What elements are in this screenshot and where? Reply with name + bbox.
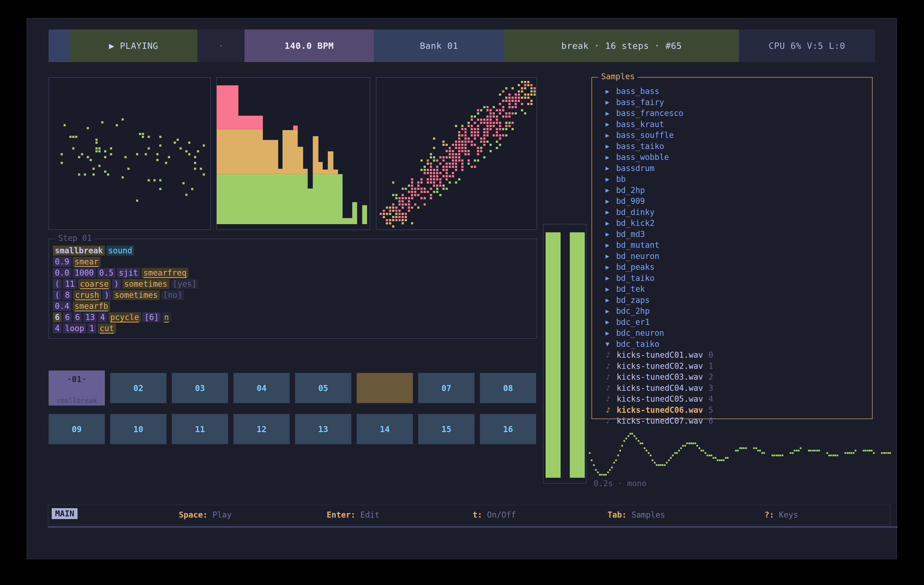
step-cell-13[interactable]: 13 xyxy=(295,414,351,444)
bottom-key-bar: MAIN Space: PlayEnter: Editt: On/OffTab:… xyxy=(48,505,890,525)
sample-dir-bass_souffle[interactable]: ▶bass_souffle xyxy=(592,130,872,141)
code-token[interactable]: ) xyxy=(102,290,111,300)
sample-file-kicks-tunedC01.wav[interactable]: ♪kicks-tunedC01.wav0 xyxy=(592,349,872,361)
sample-dir-bd_neuron[interactable]: ▶bd_neuron xyxy=(592,251,872,262)
code-token[interactable]: smallbreak xyxy=(53,246,105,255)
code-token[interactable]: [6] xyxy=(142,312,161,322)
step-cell-09[interactable]: 09 xyxy=(49,414,105,444)
code-token[interactable]: 1000 xyxy=(73,268,96,278)
sample-dir-bass_kraut[interactable]: ▶bass_kraut xyxy=(592,119,872,130)
code-token[interactable]: 0.9 xyxy=(53,257,71,267)
hint-action: On/Off xyxy=(482,510,516,519)
code-token[interactable]: crush xyxy=(73,290,101,300)
code-token[interactable]: 1 xyxy=(87,323,96,333)
sample-file-kicks-tunedC03.wav[interactable]: ♪kicks-tunedC03.wav2 xyxy=(592,371,872,382)
note-scatter-canvas xyxy=(49,78,210,229)
chevron-right-icon: ▶ xyxy=(606,132,616,139)
topbar-segment-bpm[interactable]: 140.0 BPM xyxy=(244,30,374,62)
step-cell-15[interactable]: 15 xyxy=(418,414,475,444)
code-token[interactable]: sometimes xyxy=(122,279,169,289)
step-cell-03[interactable]: 03 xyxy=(172,373,228,403)
code-token[interactable]: 13 xyxy=(83,312,97,322)
code-token[interactable]: smearfb xyxy=(73,301,110,311)
code-token[interactable]: 11 xyxy=(63,279,77,289)
sample-file-kicks-tunedC05.wav[interactable]: ♪kicks-tunedC05.wav4 xyxy=(592,394,872,405)
code-token[interactable]: 0.4 xyxy=(53,301,71,311)
sample-dir-bd_peaks[interactable]: ▶bd_peaks xyxy=(592,262,872,273)
topbar-segment-pattern[interactable]: break · 16 steps · #65 xyxy=(504,30,739,62)
step-cell-06[interactable]: 06 xyxy=(356,373,413,403)
code-token[interactable]: [yes] xyxy=(171,279,199,289)
sample-file-kicks-tunedC02.wav[interactable]: ♪kicks-tunedC02.wav1 xyxy=(592,361,872,372)
step-cell-16[interactable]: 16 xyxy=(480,414,536,444)
code-token[interactable]: 6 xyxy=(53,312,62,322)
sample-dir-bdc_er1[interactable]: ▶bdc_er1 xyxy=(592,316,872,328)
sample-file-kicks-tunedC06.wav[interactable]: ♪kicks-tunedC06.wav5 xyxy=(592,405,872,416)
code-token[interactable]: sound xyxy=(106,246,134,255)
sample-dir-bassdrum[interactable]: ▶bassdrum xyxy=(592,163,872,174)
step-cell-05[interactable]: 05 xyxy=(295,373,351,403)
code-token[interactable]: 8 xyxy=(63,290,72,300)
sample-dir-bdc_neuron[interactable]: ▶bdc_neuron xyxy=(592,328,872,339)
code-token[interactable]: smear xyxy=(73,257,101,267)
code-token[interactable]: 4 xyxy=(98,312,107,322)
topbar-segment-transport[interactable]: ▶ PLAYING xyxy=(70,30,197,62)
code-token[interactable]: ( xyxy=(53,290,62,300)
code-token[interactable]: coarse xyxy=(78,279,111,289)
sample-dir-bass_wobble[interactable]: ▶bass_wobble xyxy=(592,152,872,163)
step-cell-07[interactable]: 07 xyxy=(418,373,475,403)
code-token[interactable]: 0.0 xyxy=(53,268,71,278)
code-token[interactable]: 4 xyxy=(53,323,62,333)
sample-dir-bd_2hp[interactable]: ▶bd_2hp xyxy=(592,185,872,196)
sample-dir-bdc_2hp[interactable]: ▶bdc_2hp xyxy=(592,306,872,316)
code-token[interactable]: ( xyxy=(53,279,62,289)
sample-dir-bd_taiko[interactable]: ▶bd_taiko xyxy=(592,273,872,284)
sample-dir-bd_kick2[interactable]: ▶bd_kick2 xyxy=(592,218,872,229)
step-cell-10[interactable]: 10 xyxy=(110,414,167,444)
sample-dir-name: bd_peaks xyxy=(616,262,655,272)
code-token[interactable]: 0.5 xyxy=(97,268,116,278)
level-meter-right xyxy=(570,232,585,478)
sample-dir-bd_909[interactable]: ▶bd_909 xyxy=(592,196,872,207)
sample-dir-bass_taiko[interactable]: ▶bass_taiko xyxy=(592,141,872,152)
sample-dir-bd_mutant[interactable]: ▶bd_mutant xyxy=(592,240,872,251)
code-token[interactable]: 6 xyxy=(73,312,82,322)
code-token[interactable]: 6 xyxy=(63,312,72,322)
code-line-3: 0.010000.5sjitsmearfreq xyxy=(53,267,536,278)
step-cell-14[interactable]: 14 xyxy=(356,414,413,444)
sample-file-kicks-tunedC04.wav[interactable]: ♪kicks-tunedC04.wav3 xyxy=(592,382,872,394)
step-cell-04[interactable]: 04 xyxy=(233,373,290,403)
code-token[interactable]: [no] xyxy=(161,290,184,300)
step-cell-01[interactable]: ·01·smallbreak xyxy=(49,371,105,405)
hint-key: ?: xyxy=(764,510,774,519)
code-token[interactable]: pcycle xyxy=(108,312,141,322)
step-sound-label: smallbreak xyxy=(49,397,105,405)
sample-dir-bd_tek[interactable]: ▶bd_tek xyxy=(592,283,872,295)
sample-dir-bd_dinky[interactable]: ▶bd_dinky xyxy=(592,207,872,218)
topbar-segment-bank[interactable]: Bank 01 xyxy=(374,30,504,62)
sample-dir-name: bd_mutant xyxy=(616,240,659,250)
sample-list: ▶bass_bass▶bass_fairy▶bass_francesco▶bas… xyxy=(592,77,872,427)
step-cell-02[interactable]: 02 xyxy=(110,373,167,403)
step-cell-12[interactable]: 12 xyxy=(233,414,290,444)
code-token[interactable]: loop xyxy=(63,323,86,333)
code-token[interactable]: smearfreq xyxy=(141,268,188,278)
code-token[interactable]: sometimes xyxy=(112,290,160,300)
code-token[interactable]: ) xyxy=(112,279,121,289)
code-token[interactable]: n xyxy=(162,312,171,322)
hint-key: Space: xyxy=(179,510,208,519)
step-cell-11[interactable]: 11 xyxy=(172,414,228,444)
step-cell-08[interactable]: 08 xyxy=(480,373,536,403)
sample-dir-bass_bass[interactable]: ▶bass_bass xyxy=(592,86,872,97)
step-number: 13 xyxy=(318,424,328,434)
step-number: 04 xyxy=(257,383,267,393)
sample-dir-bb[interactable]: ▶bb xyxy=(592,174,872,185)
code-token[interactable]: cut xyxy=(97,323,116,333)
sample-dir-bdc_taiko[interactable]: ▼bdc_taiko xyxy=(592,339,872,350)
sample-dir-bd_zaps[interactable]: ▶bd_zaps xyxy=(592,295,872,306)
sample-dir-bd_md3[interactable]: ▶bd_md3 xyxy=(592,229,872,240)
step-number: 11 xyxy=(195,424,205,434)
code-token[interactable]: sjit xyxy=(117,268,140,278)
sample-dir-bass_francesco[interactable]: ▶bass_francesco xyxy=(592,108,872,119)
sample-dir-bass_fairy[interactable]: ▶bass_fairy xyxy=(592,97,872,108)
